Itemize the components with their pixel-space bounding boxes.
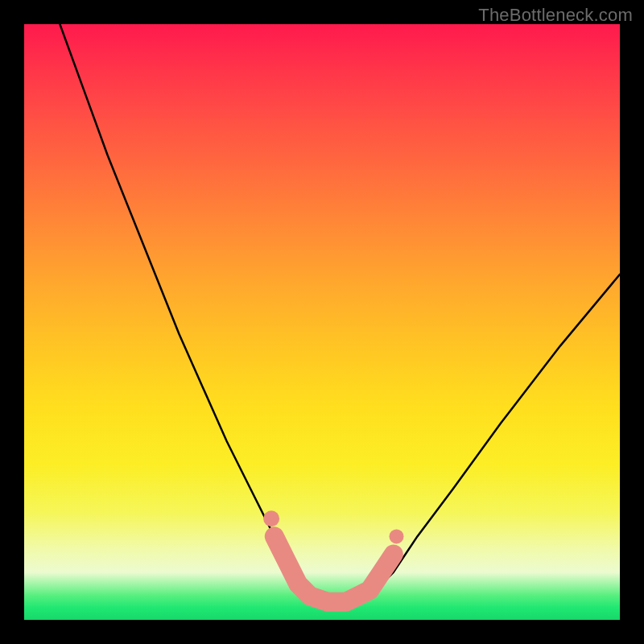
chart-plot-area	[24, 24, 620, 620]
optimal-range-stroke	[275, 536, 394, 601]
bottleneck-curve-path	[60, 24, 620, 608]
watermark-text: TheBottleneck.com	[478, 5, 633, 26]
chart-frame: TheBottleneck.com	[0, 0, 644, 644]
optimal-range-nub	[390, 529, 404, 543]
chart-svg	[24, 24, 620, 620]
optimal-range-markers	[263, 510, 403, 602]
optimal-range-nub	[263, 510, 279, 526]
